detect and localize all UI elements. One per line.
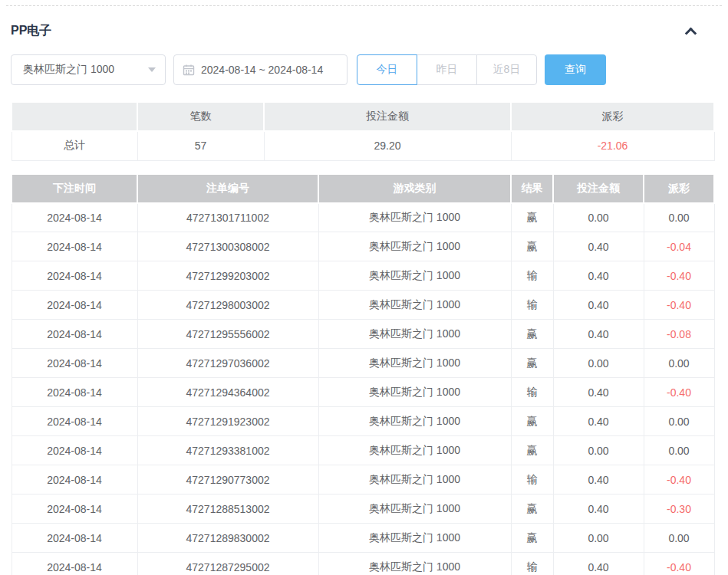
cell-order-no: 47271293381002 — [137, 436, 318, 465]
cell-result: 输 — [511, 291, 553, 320]
cell-time: 2024-08-14 — [12, 524, 137, 553]
cell-order-no: 47271287295002 — [137, 553, 318, 575]
cell-result: 赢 — [511, 524, 553, 553]
table-row: 2024-08-1447271288513002奥林匹斯之门 1000赢0.40… — [12, 495, 714, 524]
cell-time: 2024-08-14 — [12, 203, 137, 232]
cell-result: 输 — [511, 553, 553, 575]
cell-result: 赢 — [511, 232, 553, 261]
cell-bet: 0.40 — [553, 553, 644, 575]
table-row: 2024-08-1447271294364002奥林匹斯之门 1000输0.40… — [12, 378, 714, 407]
cell-order-no: 47271299203002 — [137, 261, 318, 291]
bet-records-table: 下注时间 注单编号 游戏类别 结果 投注金额 派彩 2024-08-144727… — [11, 173, 715, 575]
summary-header-row: 笔数 投注金额 派彩 — [12, 102, 714, 131]
detail-header-game: 游戏类别 — [318, 174, 511, 203]
detail-header-time: 下注时间 — [12, 174, 137, 203]
cell-payout: 0.00 — [644, 349, 714, 378]
game-select-value: 奥林匹斯之门 1000 — [23, 63, 148, 77]
cell-order-no: 47271298003002 — [137, 291, 318, 320]
cell-time: 2024-08-14 — [12, 553, 137, 575]
cell-time: 2024-08-14 — [12, 349, 137, 378]
summary-table: 笔数 投注金额 派彩 总计 57 29.20 -21.06 — [11, 101, 715, 161]
cell-result: 赢 — [511, 203, 553, 232]
date-range-input[interactable]: 2024-08-14 ~ 2024-08-14 — [173, 54, 348, 85]
summary-total-row: 总计 57 29.20 -21.06 — [12, 131, 714, 160]
cell-game: 奥林匹斯之门 1000 — [318, 436, 511, 465]
detail-table-body: 2024-08-1447271301711002奥林匹斯之门 1000赢0.00… — [12, 203, 714, 575]
table-row: 2024-08-1447271287295002奥林匹斯之门 1000输0.40… — [12, 553, 714, 575]
chevron-up-icon[interactable] — [685, 28, 697, 40]
cell-game: 奥林匹斯之门 1000 — [318, 553, 511, 575]
cell-game: 奥林匹斯之门 1000 — [318, 261, 511, 291]
cell-time: 2024-08-14 — [12, 320, 137, 349]
page-title: PP电子 — [11, 23, 51, 39]
cell-order-no: 47271288513002 — [137, 495, 318, 524]
cell-game: 奥林匹斯之门 1000 — [318, 291, 511, 320]
table-row: 2024-08-1447271291923002奥林匹斯之门 1000赢0.40… — [12, 407, 714, 436]
table-row: 2024-08-1447271298003002奥林匹斯之门 1000输0.40… — [12, 291, 714, 320]
cell-game: 奥林匹斯之门 1000 — [318, 524, 511, 553]
table-row: 2024-08-1447271289830002奥林匹斯之门 1000赢0.00… — [12, 524, 714, 553]
cell-payout: -0.40 — [644, 378, 714, 407]
table-row: 2024-08-1447271295556002奥林匹斯之门 1000赢0.40… — [12, 320, 714, 349]
summary-header-count: 笔数 — [137, 102, 264, 131]
cell-time: 2024-08-14 — [12, 378, 137, 407]
detail-header-bet: 投注金额 — [553, 174, 644, 203]
cell-payout: -0.08 — [644, 320, 714, 349]
cell-game: 奥林匹斯之门 1000 — [318, 407, 511, 436]
query-button[interactable]: 查询 — [545, 54, 606, 85]
table-row: 2024-08-1447271290773002奥林匹斯之门 1000输0.40… — [12, 465, 714, 495]
cell-payout: -0.40 — [644, 291, 714, 320]
cell-payout: 0.00 — [644, 203, 714, 232]
cell-game: 奥林匹斯之门 1000 — [318, 349, 511, 378]
table-row: 2024-08-1447271293381002奥林匹斯之门 1000赢0.00… — [12, 436, 714, 465]
cell-game: 奥林匹斯之门 1000 — [318, 320, 511, 349]
today-button[interactable]: 今日 — [357, 54, 417, 85]
filter-controls: 奥林匹斯之门 1000 2024-08-14 ~ 2024-08-14 — [11, 54, 713, 85]
cell-payout: -0.30 — [644, 495, 714, 524]
table-row: 2024-08-1447271300308002奥林匹斯之门 1000赢0.40… — [12, 232, 714, 261]
cell-time: 2024-08-14 — [12, 407, 137, 436]
cell-bet: 0.40 — [553, 261, 644, 291]
cell-payout: 0.00 — [644, 407, 714, 436]
cell-time: 2024-08-14 — [12, 261, 137, 291]
cell-order-no: 47271297036002 — [137, 349, 318, 378]
summary-header-bet: 投注金额 — [264, 102, 511, 131]
table-row: 2024-08-1447271299203002奥林匹斯之门 1000输0.40… — [12, 261, 714, 291]
last-8-days-button[interactable]: 近8日 — [476, 54, 537, 85]
cell-time: 2024-08-14 — [12, 495, 137, 524]
cell-time: 2024-08-14 — [12, 232, 137, 261]
cell-order-no: 47271301711002 — [137, 203, 318, 232]
summary-total-payout: -21.06 — [511, 131, 714, 160]
cell-game: 奥林匹斯之门 1000 — [318, 378, 511, 407]
chevron-down-icon — [148, 67, 156, 72]
date-range-value: 2024-08-14 ~ 2024-08-14 — [201, 64, 323, 76]
cell-payout: 0.00 — [644, 524, 714, 553]
cell-game: 奥林匹斯之门 1000 — [318, 465, 511, 495]
cell-bet: 0.40 — [553, 378, 644, 407]
detail-header-payout: 派彩 — [644, 174, 714, 203]
cell-bet: 0.40 — [553, 232, 644, 261]
game-select[interactable]: 奥林匹斯之门 1000 — [11, 54, 166, 85]
cell-order-no: 47271294364002 — [137, 378, 318, 407]
cell-result: 输 — [511, 378, 553, 407]
yesterday-button[interactable]: 昨日 — [417, 54, 477, 85]
cell-result: 赢 — [511, 436, 553, 465]
cell-time: 2024-08-14 — [12, 291, 137, 320]
cell-result: 赢 — [511, 495, 553, 524]
cell-bet: 0.00 — [553, 349, 644, 378]
summary-total-count: 57 — [137, 131, 264, 160]
cell-bet: 0.40 — [553, 407, 644, 436]
cell-order-no: 47271290773002 — [137, 465, 318, 495]
cell-result: 输 — [511, 261, 553, 291]
cell-time: 2024-08-14 — [12, 465, 137, 495]
cell-order-no: 47271300308002 — [137, 232, 318, 261]
summary-total-label: 总计 — [12, 131, 137, 160]
cell-order-no: 47271295556002 — [137, 320, 318, 349]
cell-payout: 0.00 — [644, 436, 714, 465]
cell-game: 奥林匹斯之门 1000 — [318, 203, 511, 232]
summary-header-blank — [12, 102, 137, 131]
cell-payout: -0.40 — [644, 553, 714, 575]
cell-bet: 0.00 — [553, 203, 644, 232]
pp-electronic-panel: PP电子 奥林匹斯之门 1000 2024 — [0, 0, 728, 575]
quick-range-button-group: 今日 昨日 近8日 — [357, 54, 537, 85]
